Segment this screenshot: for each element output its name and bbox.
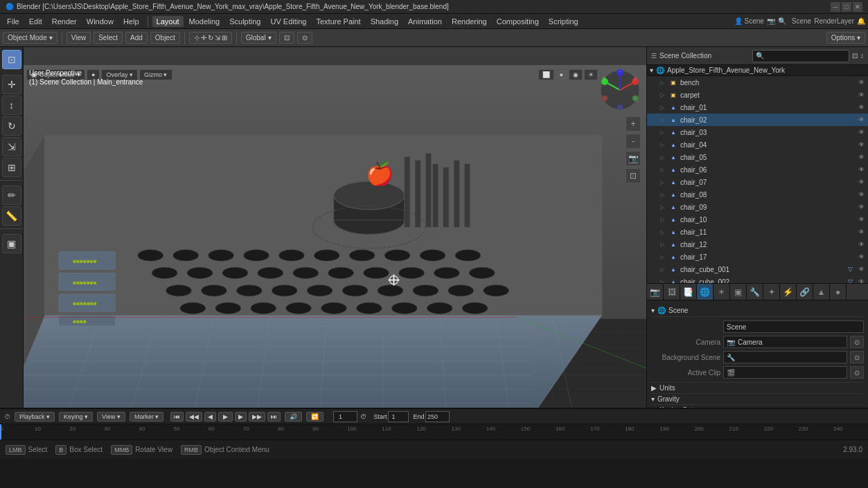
transform-tool-btn[interactable]: ⊞: [2, 158, 21, 177]
mode-select-btn[interactable]: Object Mode ▾: [3, 32, 57, 44]
solid-btn[interactable]: ●: [556, 69, 567, 80]
particles-tab[interactable]: ✦: [763, 284, 780, 300]
tab-scripting[interactable]: Scripting: [544, 16, 583, 27]
prev-frame-btn[interactable]: ◀◀: [186, 412, 202, 422]
active-clip-pick-btn[interactable]: ⊙: [850, 366, 864, 379]
start-frame-input[interactable]: [388, 411, 409, 422]
end-frame-input[interactable]: [425, 411, 450, 422]
outliner-item[interactable]: ▷ ▲ chair_08 👁: [647, 188, 868, 201]
tab-compositing[interactable]: Compositing: [493, 16, 543, 27]
scene-name-value[interactable]: Scene: [723, 320, 864, 333]
outliner-item[interactable]: ▷ ▲ chair_cube_002 ▽ 👁: [647, 275, 868, 283]
move-tool-btn[interactable]: ↕: [2, 96, 21, 115]
annotate-btn[interactable]: ✏: [2, 186, 21, 205]
outliner-item[interactable]: ▷ ▲ chair_12 👁: [647, 238, 868, 251]
object-mode-dropdown[interactable]: ▣ Object Mode ▾: [26, 69, 85, 80]
outliner-item[interactable]: ▷ ▲ chair_cube_001 ▽ 👁: [647, 263, 868, 275]
current-frame-input[interactable]: [333, 411, 357, 422]
viewport-gizmo-btn[interactable]: Gizmo ▾: [139, 69, 172, 80]
camera-value[interactable]: 📷 Camera: [723, 336, 847, 348]
physics-tab[interactable]: ⚡: [780, 284, 797, 300]
gravity-section[interactable]: ▾ Gravity: [651, 393, 864, 404]
rendered-btn[interactable]: ☀: [584, 69, 598, 80]
select-menu-btn[interactable]: Select: [94, 32, 123, 44]
add-cube-btn[interactable]: ▣: [2, 234, 21, 253]
outliner-item[interactable]: ▷ ▲ chair_11 👁: [647, 226, 868, 238]
tab-shading[interactable]: Shading: [366, 16, 402, 27]
timeline-body[interactable]: 0102030405060708090100110120130140150160…: [0, 424, 868, 440]
output-props-tab[interactable]: 🖼: [664, 284, 680, 300]
tab-sculpting[interactable]: Sculpting: [225, 16, 265, 27]
outliner-filter-icon[interactable]: ⊡: [852, 52, 858, 60]
jump-start-btn[interactable]: ⏮: [170, 412, 184, 422]
outliner-item[interactable]: ▷ ▲ chair_05 👁: [647, 151, 868, 163]
outliner-item[interactable]: ▷ ▲ chair_07 👁: [647, 176, 868, 188]
bg-scene-pick-btn[interactable]: ⊙: [850, 351, 864, 363]
wireframe-btn[interactable]: ⬜: [538, 69, 554, 80]
object-props-tab[interactable]: ▣: [730, 284, 747, 300]
scale-tool-btn[interactable]: ⇲: [2, 137, 21, 156]
outliner-item[interactable]: ▷ ▲ chair_02 👁: [647, 114, 868, 126]
scene-props-tab[interactable]: 🌐: [697, 284, 714, 300]
loop-btn[interactable]: 🔁: [306, 412, 324, 422]
rotate-tool-btn[interactable]: ↻: [2, 116, 21, 136]
next-keyframe-btn[interactable]: ▶: [235, 412, 247, 422]
viewport-overlay-btn[interactable]: Overlay ▾: [101, 69, 138, 80]
data-tab[interactable]: ▲: [813, 284, 830, 300]
orthographic-icon[interactable]: ⊡: [626, 168, 641, 183]
select-tool-btn[interactable]: ⊡: [2, 50, 21, 69]
outliner-item[interactable]: ▷ ▣ bench 👁: [647, 76, 868, 89]
outliner-item[interactable]: ▷ ▲ chair_01 👁: [647, 101, 868, 114]
marker-menu-btn[interactable]: Marker ▾: [130, 412, 164, 422]
units-section[interactable]: ▶ Units: [651, 382, 864, 393]
object-menu-btn[interactable]: Object: [150, 32, 180, 44]
keying-sets-section[interactable]: ▶ Keying Sets: [651, 404, 864, 408]
outliner-search-input[interactable]: [752, 50, 849, 62]
zoom-out-icon[interactable]: -: [626, 134, 641, 149]
playhead[interactable]: [0, 424, 1, 440]
constraints-tab[interactable]: 🔗: [797, 284, 813, 300]
tab-uv-editing[interactable]: UV Editing: [266, 16, 310, 27]
tab-animation[interactable]: Animation: [404, 16, 446, 27]
render-layer-scene[interactable]: Scene: [792, 17, 811, 25]
menu-render[interactable]: Render: [48, 16, 81, 27]
scene-root-item[interactable]: ▾ 🌐 Apple_Store_Fifth_Avenue_New_York: [647, 65, 868, 76]
viewport-shading-btn[interactable]: ●: [87, 69, 100, 80]
view-menu-btn[interactable]: View: [67, 32, 91, 44]
active-clip-value[interactable]: 🎬: [723, 366, 847, 379]
world-props-tab[interactable]: ☀: [714, 284, 730, 300]
menu-window[interactable]: Window: [82, 16, 118, 27]
camera-pick-btn[interactable]: ⊙: [850, 336, 864, 348]
options-btn[interactable]: Options ▾: [826, 32, 865, 44]
tab-rendering[interactable]: Rendering: [448, 16, 491, 27]
measure-btn[interactable]: 📏: [2, 206, 21, 226]
maximize-button[interactable]: □: [842, 2, 851, 12]
cursor-tool-btn[interactable]: ✛: [2, 75, 21, 94]
add-menu-btn[interactable]: Add: [125, 32, 148, 44]
modifier-props-tab[interactable]: 🔧: [747, 284, 763, 300]
render-layer-layer[interactable]: RenderLayer: [814, 17, 854, 25]
outliner-item[interactable]: ▷ ▲ chair_10 👁: [647, 213, 868, 226]
outliner-item[interactable]: ▷ ▲ chair_09 👁: [647, 201, 868, 213]
material-preview-btn[interactable]: ◉: [569, 69, 583, 80]
tab-texture-paint[interactable]: Texture Paint: [312, 16, 364, 27]
next-frame-btn[interactable]: ▶▶: [249, 412, 265, 422]
outliner-sync-icon[interactable]: ↕: [860, 52, 864, 60]
outliner-item[interactable]: ▷ ▲ chair_17 👁: [647, 251, 868, 263]
playback-menu-btn[interactable]: Playback ▾: [15, 412, 55, 422]
global-btn[interactable]: Global ▾: [241, 32, 276, 44]
transform-tools[interactable]: ⊹ ✛ ↻ ⇲ ⊞: [189, 32, 232, 44]
outliner-item[interactable]: ▷ ▲ chair_04 👁: [647, 138, 868, 151]
menu-edit[interactable]: Edit: [25, 16, 46, 27]
material-tab[interactable]: ●: [830, 284, 847, 300]
tab-modeling[interactable]: Modeling: [185, 16, 224, 27]
timeline-view-btn[interactable]: View ▾: [97, 412, 125, 422]
render-props-tab[interactable]: 📷: [647, 284, 664, 300]
bg-scene-value[interactable]: 🔧: [723, 351, 847, 363]
zoom-in-icon[interactable]: +: [626, 116, 641, 132]
view-layer-tab[interactable]: 📑: [680, 284, 697, 300]
menu-help[interactable]: Help: [119, 16, 143, 27]
proportional-btn[interactable]: ⊙: [297, 32, 312, 44]
minimize-button[interactable]: ─: [831, 2, 840, 12]
outliner-item[interactable]: ▷ ▲ chair_06 👁: [647, 163, 868, 176]
